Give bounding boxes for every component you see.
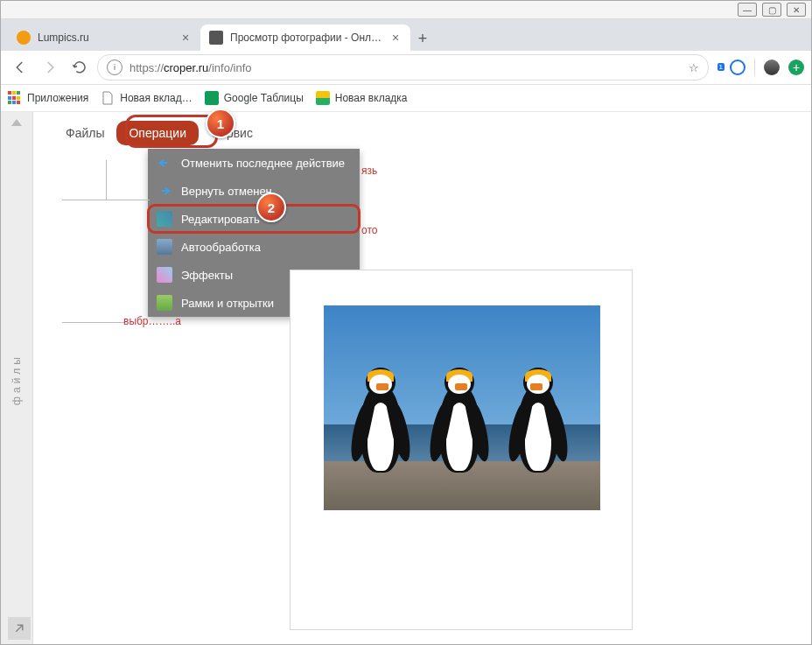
- forward-button[interactable]: [38, 55, 62, 80]
- partial-text: язь: [361, 165, 377, 177]
- browser-tab[interactable]: Lumpics.ru ×: [8, 25, 200, 51]
- bookmark-label: Новая вкладка: [335, 92, 408, 104]
- apps-icon: [8, 91, 22, 105]
- files-side-panel[interactable]: файлы: [1, 112, 33, 645]
- photo-penguin: [350, 368, 411, 481]
- partial-text: ото: [361, 224, 377, 236]
- window-maximize-button[interactable]: ▢: [762, 3, 781, 17]
- window-titlebar: — ▢ ✕: [1, 1, 811, 19]
- photo-penguin: [508, 368, 569, 481]
- menu-item-redo[interactable]: Вернуть отменен: [148, 177, 360, 205]
- plus-icon[interactable]: +: [788, 60, 804, 75]
- bookmark-item[interactable]: Новая вкладка: [316, 91, 408, 105]
- menu-item-label: Редактировать: [181, 213, 260, 226]
- menu-item-label: Вернуть отменен: [181, 185, 272, 198]
- annotation-badge-2: 2: [256, 193, 286, 222]
- bookmark-label: Приложения: [27, 92, 88, 104]
- bookmark-label: Google Таблицы: [224, 92, 304, 104]
- frames-icon: [157, 295, 172, 311]
- globe-icon[interactable]: [730, 60, 746, 75]
- profile-avatar-icon[interactable]: [764, 60, 780, 75]
- separator: [754, 59, 755, 76]
- page-icon: [101, 91, 115, 105]
- bookmark-item[interactable]: Google Таблицы: [205, 91, 304, 105]
- back-button[interactable]: [8, 55, 32, 80]
- decorative-line: [106, 160, 107, 200]
- partial-text: выбр……..а: [123, 315, 181, 327]
- bookmarks-bar: Приложения Новая вклад… Google Таблицы Н…: [1, 85, 811, 112]
- tab-close-icon[interactable]: ×: [389, 32, 402, 44]
- decorative-line: [62, 322, 125, 323]
- url-text: https://croper.ru/info/info: [130, 61, 682, 74]
- side-panel-label: файлы: [10, 354, 23, 405]
- menu-item-label: Отменить последнее действие: [181, 157, 345, 170]
- photo-preview[interactable]: [324, 305, 600, 510]
- browser-tab[interactable]: Просмотр фотографии - Онлай ×: [200, 25, 410, 51]
- new-tab-button[interactable]: +: [410, 26, 435, 51]
- bookmark-star-icon[interactable]: ☆: [689, 61, 699, 74]
- undo-icon: [157, 155, 172, 171]
- tab-strip: Lumpics.ru × Просмотр фотографии - Онлай…: [1, 19, 811, 51]
- auto-process-icon: [157, 239, 172, 255]
- photo-penguin: [429, 368, 490, 481]
- extensions-area: 1 +: [714, 59, 804, 76]
- reload-button[interactable]: [67, 55, 92, 80]
- menu-operations[interactable]: Операции: [116, 121, 199, 145]
- image-viewer-frame: [290, 270, 633, 630]
- page-content: файлы Файлы Операции Сервис 1 Отменить п…: [1, 112, 811, 645]
- tab-title: Просмотр фотографии - Онлай: [230, 32, 382, 44]
- menu-item-edit[interactable]: Редактировать: [148, 205, 360, 233]
- bookmark-label: Новая вклад…: [120, 92, 192, 104]
- menu-item-label: Рамки и открытки: [181, 297, 274, 310]
- redo-icon: [157, 183, 172, 199]
- sheets-icon: [205, 91, 219, 105]
- bookmark-apps[interactable]: Приложения: [8, 91, 88, 105]
- external-link-icon[interactable]: [8, 617, 31, 640]
- photo-icon: [316, 91, 330, 105]
- address-bar[interactable]: i https://croper.ru/info/info ☆: [97, 54, 709, 81]
- bookmark-item[interactable]: Новая вклад…: [101, 91, 192, 105]
- favicon-icon: [17, 31, 31, 45]
- tab-close-icon[interactable]: ×: [179, 32, 192, 44]
- annotation-badge-1: 1: [206, 109, 235, 138]
- menu-item-undo[interactable]: Отменить последнее действие: [148, 149, 360, 177]
- window-close-button[interactable]: ✕: [787, 3, 806, 17]
- browser-window: — ▢ ✕ Lumpics.ru × Просмотр фотографии -…: [0, 0, 812, 645]
- window-minimize-button[interactable]: —: [738, 3, 757, 17]
- menu-item-label: Эффекты: [181, 269, 233, 282]
- tab-title: Lumpics.ru: [38, 32, 172, 44]
- menu-item-label: Автообработка: [181, 241, 261, 254]
- menu-item-auto[interactable]: Автообработка: [148, 233, 360, 261]
- edit-icon: [157, 211, 172, 227]
- menu-files[interactable]: Файлы: [53, 121, 116, 145]
- crop-favicon-icon: [209, 31, 223, 45]
- site-info-icon[interactable]: i: [107, 60, 122, 75]
- browser-toolbar: i https://croper.ru/info/info ☆ 1 +: [1, 51, 811, 85]
- decorative-line: [62, 200, 150, 200]
- chevron-up-icon[interactable]: [11, 119, 22, 126]
- effects-icon: [157, 267, 172, 283]
